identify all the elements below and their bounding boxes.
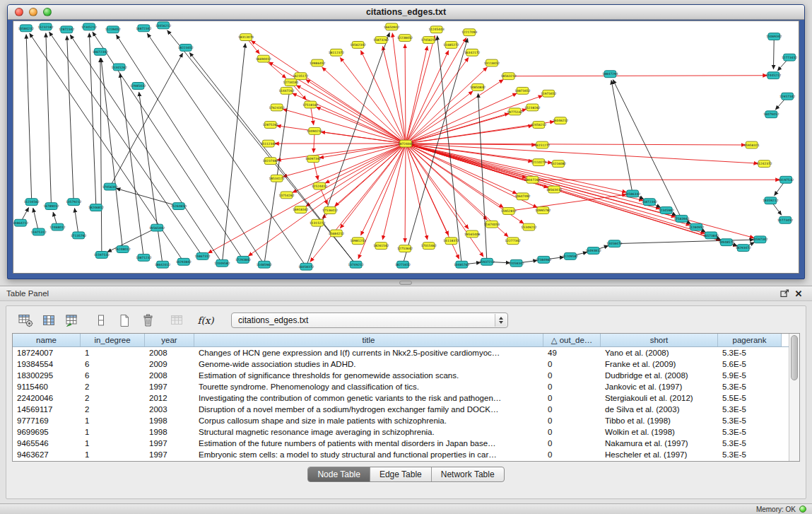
graph-node[interactable]: 16493812 [586,247,601,255]
graph-node[interactable]: 16918342 [293,206,308,214]
table-row[interactable]: 1830029562008Estimation of significance … [13,370,789,381]
graph-node[interactable]: 16058372 [298,263,314,270]
column-header-out_degree[interactable]: △ out_de… [543,334,601,346]
graph-node[interactable]: 15867312 [195,252,211,259]
graph-node[interactable]: 19775162 [507,108,523,115]
show-columns-icon[interactable] [40,312,58,329]
graph-node[interactable]: 14850832 [470,84,486,91]
graph-node[interactable]: 11209582 [563,252,578,259]
graph-node[interactable]: 13090212 [307,127,322,134]
table-row[interactable]: 1872400712008Changes of HCN gene express… [13,347,789,358]
graph-node[interactable]: 12238452 [397,35,413,42]
graph-node[interactable]: 16650912 [384,23,399,30]
graph-node[interactable]: 10873452 [514,87,530,94]
graph-node[interactable]: 15112342 [261,140,276,147]
graph-node[interactable]: 12049582 [214,259,230,267]
graph-node[interactable]: 10562342 [351,42,366,49]
graph-node[interactable]: 12524412 [312,182,327,189]
graph-node[interactable]: 16151272 [534,141,550,148]
graph-node[interactable]: 16342172 [464,49,480,56]
graph-node[interactable]: 16872342 [136,25,151,32]
graph-node[interactable]: 12985432 [130,83,146,90]
graph-node[interactable]: 10647492 [514,193,530,200]
splitter-handle-icon[interactable] [399,281,412,285]
graph-node[interactable]: 12110273 [531,159,546,166]
graph-node[interactable]: 10584232 [18,25,34,32]
table-row[interactable]: 1456911722003Disruption of a novel membe… [13,404,789,415]
graph-node[interactable]: 10237482 [263,158,278,165]
graph-node[interactable]: 18047262 [524,176,540,183]
table-row[interactable]: 946362711997Embryonic stem cells: a mode… [13,449,789,460]
table-row[interactable]: 969969511998Structural magnetic resonanc… [13,426,789,438]
graph-node[interactable]: 11447262 [278,87,294,94]
graph-node[interactable]: 11315272 [310,219,325,226]
network-canvas-svg[interactable]: 1872400716151272121102731804726210647492… [13,21,799,273]
graph-node[interactable]: 15952812 [501,208,517,215]
network-view-window[interactable]: citations_edges.txt 18724007161512721211… [7,4,805,279]
graph-node[interactable]: 16079452 [763,111,779,118]
table-row[interactable]: 946554611997Estimation of the future num… [13,438,789,449]
graph-node[interactable]: 10773452 [777,216,793,223]
graph-node[interactable]: 10672342 [93,48,108,55]
graph-node[interactable]: 18534172 [269,175,285,182]
graph-node[interactable]: 13948572 [719,239,734,246]
table-row[interactable]: 2242004622012Investigating the contribut… [13,392,789,404]
table-row[interactable]: 977716911998Corpus callosum shape and si… [13,415,789,426]
graph-node[interactable]: 15232182 [38,23,54,30]
close-panel-icon[interactable]: ✕ [792,288,806,299]
graph-node[interactable]: 18293472 [736,245,751,252]
graph-node[interactable]: 18642012 [155,261,170,268]
scrollbar-thumb-icon[interactable] [791,335,798,380]
graph-node[interactable]: 10586342 [625,190,640,197]
graph-node[interactable]: 17384962 [536,256,551,263]
graph-node[interactable]: 13579212 [66,199,81,206]
graph-node[interactable]: 17536412 [322,207,338,214]
graph-node[interactable]: 18847294 [602,71,618,78]
graph-node[interactable]: 18359212 [763,197,778,204]
graph-node[interactable]: 17624352 [269,104,285,111]
graph-node[interactable]: 13118452 [484,59,500,66]
graph-node[interactable]: 10981253 [351,238,366,245]
graph-node[interactable]: 19565408 [464,230,480,238]
minimize-window-button[interactable] [29,8,37,16]
graph-node[interactable]: 11239452 [105,26,121,33]
graph-node[interactable]: 12773452 [782,54,797,61]
column-header-in_degree[interactable]: in_degree [81,334,145,346]
graph-node[interactable]: 10597342 [752,236,767,243]
graph-node[interactable]: 13197532 [778,176,794,183]
column-header-name[interactable]: name [13,334,81,346]
graph-node[interactable]: 11485962 [257,261,272,268]
graph-node[interactable]: 17015462 [421,243,437,250]
graph-node[interactable]: 11597532 [94,252,110,259]
graph-node[interactable]: 15349212 [521,223,536,230]
graph-node[interactable]: 15684212 [329,230,344,237]
graph-node[interactable]: 16046212 [553,117,568,124]
graph-node[interactable]: 15238262 [524,104,540,111]
graph-node[interactable]: 17135792 [71,232,86,239]
graph-node[interactable]: 15345262 [112,64,127,71]
network-canvas[interactable]: 1872400716151272121102731804726210647492… [13,21,799,274]
graph-node[interactable]: 12875262 [263,122,278,129]
column-header-year[interactable]: year [145,334,194,346]
graph-node[interactable]: 18563412 [546,186,562,193]
table-row[interactable]: 911546021997Tourette syndrome. Phenomeno… [13,381,789,392]
graph-node[interactable]: 14118372 [443,238,459,245]
graph-node[interactable]: 11234562 [24,199,40,206]
graph-node[interactable]: 15937212 [479,258,495,265]
graph-node[interactable]: 12468012 [49,223,65,230]
graph-node[interactable]: 18273452 [395,261,411,268]
graph-node[interactable]: 19565402 [149,224,165,231]
graph-node[interactable]: 11674053 [484,221,500,228]
tab-edge-table[interactable]: Edge Table [370,467,432,481]
graph-node[interactable]: 11284952 [688,223,704,230]
graph-node[interactable]: 17293842 [235,256,251,263]
graph-node[interactable]: 15958321 [744,141,760,148]
graph-node[interactable]: 16248012 [115,246,131,253]
graph-node[interactable]: 16789012 [43,203,59,210]
graph-node[interactable]: 18563212 [501,73,517,80]
graph-node[interactable]: 17445212 [765,72,781,79]
graph-node[interactable]: 18246812 [88,204,104,211]
graph-node[interactable]: 16235172 [293,73,308,80]
function-builder-icon[interactable]: f(x) [196,312,215,329]
graph-node[interactable]: 13216082 [551,160,566,168]
